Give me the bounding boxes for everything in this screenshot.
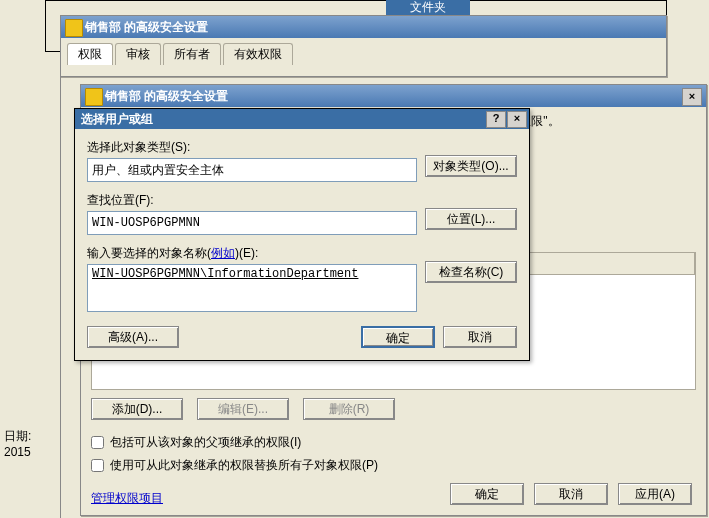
folder-icon xyxy=(65,19,83,37)
ok-button[interactable]: 确定 xyxy=(361,326,435,348)
manage-permissions-link[interactable]: 管理权限项目 xyxy=(91,490,163,507)
add-button[interactable]: 添加(D)... xyxy=(91,398,183,420)
title-text: 销售部 的高级安全设置 xyxy=(85,16,208,38)
tab-permissions[interactable]: 权限 xyxy=(67,43,113,65)
tab-effective[interactable]: 有效权限 xyxy=(223,43,293,65)
dialog-titlebar[interactable]: 选择用户或组 ? × xyxy=(75,109,529,129)
names-label-suffix: )(E): xyxy=(235,246,258,260)
cancel-button[interactable]: 取消 xyxy=(443,326,517,348)
date-label: 日期: 2015 xyxy=(4,428,60,459)
tabs-row: 权限 审核 所有者 有效权限 xyxy=(67,42,666,64)
tab-audit[interactable]: 审核 xyxy=(115,43,161,65)
check-names-button[interactable]: 检查名称(C) xyxy=(425,261,517,283)
replace-child-checkbox[interactable] xyxy=(91,459,104,472)
folder-icon xyxy=(85,88,103,106)
object-type-field[interactable]: 用户、组或内置安全主体 xyxy=(87,158,417,182)
inherit-label: 包括可从该对象的父项继承的权限(I) xyxy=(110,434,301,451)
tab-owner[interactable]: 所有者 xyxy=(163,43,221,65)
apply-button[interactable]: 应用(A) xyxy=(618,483,692,505)
background-strip: 日期: 2015 xyxy=(0,0,61,518)
select-user-dialog: 选择用户或组 ? × 选择此对象类型(S): 用户、组或内置安全主体 对象类型(… xyxy=(74,108,530,361)
cancel-button[interactable]: 取消 xyxy=(534,483,608,505)
titlebar-outer[interactable]: 销售部 的高级安全设置 xyxy=(61,16,666,38)
names-label-prefix: 输入要选择的对象名称( xyxy=(87,246,211,260)
locations-button[interactable]: 位置(L)... xyxy=(425,208,517,230)
close-icon[interactable]: × xyxy=(682,88,702,106)
close-icon[interactable]: × xyxy=(507,111,527,128)
advanced-button[interactable]: 高级(A)... xyxy=(87,326,179,348)
object-names-input[interactable]: WIN-UOSP6PGPMNN\InformationDepartment xyxy=(87,264,417,312)
object-types-button[interactable]: 对象类型(O)... xyxy=(425,155,517,177)
dialog-title: 选择用户或组 xyxy=(81,109,153,129)
object-type-label: 选择此对象类型(S): xyxy=(87,139,417,156)
location-label: 查找位置(F): xyxy=(87,192,417,209)
object-names-value: WIN-UOSP6PGPMNN\InformationDepartment xyxy=(92,267,358,281)
titlebar-inner[interactable]: 销售部 的高级安全设置 × xyxy=(81,85,706,107)
title-text: 销售部 的高级安全设置 xyxy=(105,85,228,107)
ok-button[interactable]: 确定 xyxy=(450,483,524,505)
location-field[interactable]: WIN-UOSP6PGPMNN xyxy=(87,211,417,235)
help-icon[interactable]: ? xyxy=(486,111,506,128)
example-link[interactable]: 例如 xyxy=(211,246,235,260)
replace-child-label: 使用可从此对象继承的权限替换所有子对象权限(P) xyxy=(110,457,378,474)
edit-button[interactable]: 编辑(E)... xyxy=(197,398,289,420)
remove-button[interactable]: 删除(R) xyxy=(303,398,395,420)
names-label: 输入要选择的对象名称(例如)(E): xyxy=(87,245,417,262)
inherit-checkbox[interactable] xyxy=(91,436,104,449)
advanced-security-window-outer: 销售部 的高级安全设置 权限 审核 所有者 有效权限 xyxy=(60,15,667,77)
